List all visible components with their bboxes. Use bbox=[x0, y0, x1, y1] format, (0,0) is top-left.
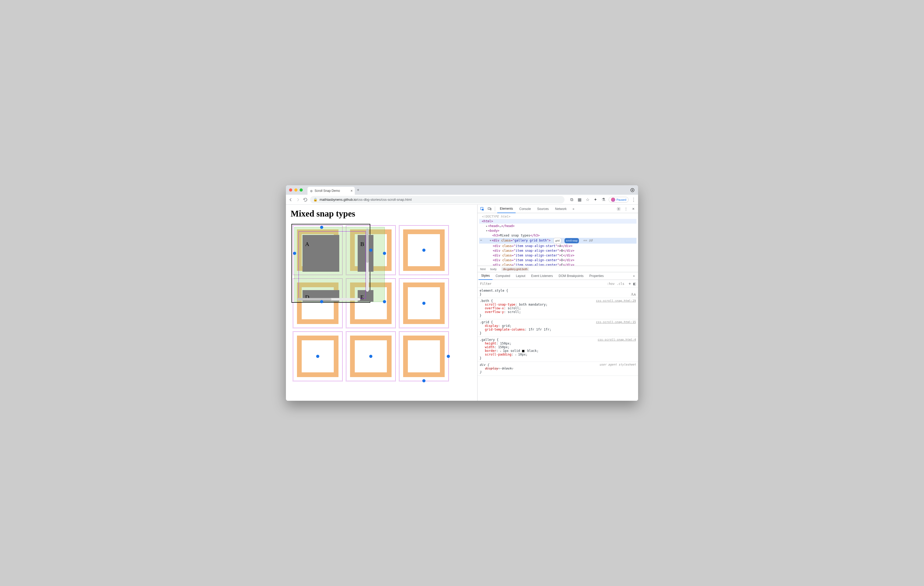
url-input[interactable]: 🔒 mathiasbynens.github.io/css-dbg-storie… bbox=[310, 196, 564, 203]
paused-label: Paused bbox=[617, 198, 626, 201]
tab-elements[interactable]: Elements bbox=[497, 205, 516, 213]
device-toggle-icon[interactable] bbox=[487, 206, 493, 212]
scrollbar-vertical-thumb[interactable] bbox=[366, 229, 369, 263]
elements-tree[interactable]: <!DOCTYPE html> <html> ▸<head>…</head> ▾… bbox=[477, 213, 638, 266]
devtools-toolbar: Elements Console Sources Network » ⋮ ✕ bbox=[477, 205, 638, 213]
browser-window: ◍ Scroll Snap Demo × + 🔒 mathiasbynens.g… bbox=[286, 185, 638, 401]
h3-row[interactable]: <h3>Mixed snap types</h3> bbox=[479, 233, 637, 238]
expand-options-icon[interactable]: ⋯ bbox=[480, 238, 482, 243]
device-icon[interactable]: ⧉ bbox=[569, 197, 574, 202]
selected-element-row[interactable]: ⋯ ▾<div class="gallery grid both"> grid … bbox=[479, 238, 637, 244]
snap-cell bbox=[346, 331, 396, 381]
settings-icon[interactable] bbox=[615, 206, 622, 212]
content-split: Mixed snap types bbox=[286, 205, 638, 401]
snap-point-icon bbox=[447, 355, 450, 358]
styles-pane[interactable]: element.style {}Aᴀ.both {css-scroll-snap… bbox=[477, 288, 638, 401]
page-heading: Mixed snap types bbox=[290, 209, 472, 219]
close-devtools-icon[interactable]: ✕ bbox=[630, 206, 637, 212]
svg-point-3 bbox=[618, 208, 619, 210]
tab-console[interactable]: Console bbox=[516, 205, 533, 213]
badge-scroll-snap[interactable]: scroll-snap bbox=[564, 238, 579, 243]
forward-button[interactable] bbox=[295, 197, 300, 202]
inspect-icon[interactable] bbox=[479, 206, 485, 212]
cls-toggle[interactable]: .cls bbox=[617, 282, 624, 286]
child-element-row[interactable]: <div class="item snap-align-center">D</d… bbox=[479, 258, 637, 262]
more-subtabs-icon[interactable]: » bbox=[631, 273, 637, 279]
scroll-container[interactable]: A B D E bbox=[292, 224, 370, 303]
globe-icon: ◍ bbox=[310, 189, 313, 193]
close-tab-icon[interactable]: × bbox=[351, 189, 353, 193]
snap-point-icon bbox=[422, 379, 426, 382]
styles-filter-input[interactable] bbox=[480, 282, 605, 286]
close-window-icon[interactable] bbox=[289, 188, 292, 191]
titlebar: ◍ Scroll Snap Demo × + bbox=[286, 185, 638, 195]
body-row[interactable]: ▾<body> bbox=[479, 228, 637, 233]
subtab-dom-breakpoints[interactable]: DOM Breakpoints bbox=[556, 272, 586, 280]
svg-rect-1 bbox=[488, 208, 490, 210]
styles-filter-bar: :hov .cls + ◧ bbox=[477, 280, 638, 288]
font-size-icon[interactable]: Aᴀ bbox=[631, 292, 636, 297]
reload-button[interactable] bbox=[303, 197, 308, 202]
new-tab-button[interactable]: + bbox=[357, 188, 359, 192]
url-domain: mathiasbynens.github.io bbox=[320, 198, 356, 201]
scrollbar-horizontal-thumb[interactable] bbox=[297, 298, 332, 300]
lock-icon: 🔒 bbox=[313, 198, 317, 201]
star-icon[interactable]: ☆ bbox=[585, 197, 590, 202]
demo-stage: A B D E bbox=[290, 224, 454, 387]
devtools-menu-icon[interactable]: ⋮ bbox=[623, 206, 629, 212]
html-open[interactable]: <html> bbox=[479, 219, 637, 224]
snap-cell bbox=[399, 278, 449, 328]
subtab-properties[interactable]: Properties bbox=[587, 272, 607, 280]
crumb-html[interactable]: html bbox=[480, 267, 486, 271]
style-rule[interactable]: element.style {}Aᴀ bbox=[477, 288, 638, 298]
qr-icon[interactable]: ▦ bbox=[577, 197, 582, 202]
account-paused-chip[interactable]: Paused bbox=[609, 197, 629, 203]
avatar-icon bbox=[611, 198, 615, 202]
snap-point-icon bbox=[369, 355, 372, 358]
snap-cell bbox=[399, 225, 449, 275]
child-element-row[interactable]: <div class="item snap-align-center">B</d… bbox=[479, 248, 637, 253]
hover-toggle[interactable]: :hov bbox=[607, 282, 615, 286]
dollar-zero-hint: == $0 bbox=[583, 239, 592, 242]
subtab-computed[interactable]: Computed bbox=[493, 272, 513, 280]
crumb-selected[interactable]: div.gallery.grid.both bbox=[502, 267, 529, 271]
child-element-row[interactable]: <div class="item snap-align-center">E</d… bbox=[479, 262, 637, 266]
breadcrumb: html body div.gallery.grid.both bbox=[477, 266, 638, 272]
extensions-icon[interactable]: ✦ bbox=[593, 197, 598, 202]
svg-rect-2 bbox=[490, 208, 491, 210]
tab-sources[interactable]: Sources bbox=[535, 205, 551, 213]
maximize-window-icon[interactable] bbox=[300, 188, 303, 191]
devtools-panel: Elements Console Sources Network » ⋮ ✕ <… bbox=[477, 205, 638, 401]
snap-point-icon bbox=[316, 355, 319, 358]
badge-grid[interactable]: grid bbox=[553, 238, 561, 244]
snap-cell bbox=[293, 331, 343, 381]
more-tabs-icon[interactable]: » bbox=[570, 206, 577, 212]
tab-network[interactable]: Network bbox=[553, 205, 569, 213]
subtab-layout[interactable]: Layout bbox=[513, 272, 528, 280]
child-element-row[interactable]: <div class="item snap-align-center">C</d… bbox=[479, 253, 637, 258]
tab-search-icon[interactable] bbox=[630, 188, 634, 192]
flask-icon[interactable]: ⚗ bbox=[601, 197, 606, 202]
browser-menu-button[interactable]: ⋮ bbox=[631, 197, 636, 203]
browser-tab[interactable]: ◍ Scroll Snap Demo × bbox=[307, 187, 355, 195]
selection-outline bbox=[299, 231, 366, 299]
minimize-window-icon[interactable] bbox=[294, 188, 297, 191]
window-controls bbox=[289, 188, 303, 191]
child-element-row[interactable]: <div class="item snap-align-start">A</di… bbox=[479, 244, 637, 248]
subtab-styles[interactable]: Styles bbox=[478, 272, 492, 280]
style-rule[interactable]: div {user agent stylesheetdisplay: block… bbox=[477, 362, 638, 376]
styles-subtabs: Styles Computed Layout Event Listeners D… bbox=[477, 272, 638, 280]
snap-cell bbox=[399, 331, 449, 381]
style-rule[interactable]: .grid {css-scroll-snap.html:15display: g… bbox=[477, 319, 638, 337]
back-button[interactable] bbox=[288, 197, 293, 202]
address-bar: 🔒 mathiasbynens.github.io/css-dbg-storie… bbox=[286, 195, 638, 205]
subtab-event-listeners[interactable]: Event Listeners bbox=[528, 272, 556, 280]
new-style-rule-button[interactable]: + bbox=[629, 281, 631, 286]
tab-title: Scroll Snap Demo bbox=[315, 189, 340, 193]
toggle-sidebar-icon[interactable]: ◧ bbox=[633, 282, 636, 286]
snap-point-icon bbox=[422, 249, 426, 252]
crumb-body[interactable]: body bbox=[490, 267, 497, 271]
head-row[interactable]: ▸<head>…</head> bbox=[479, 224, 637, 228]
style-rule[interactable]: .both {css-scroll-snap.html:29scroll-sna… bbox=[477, 298, 638, 319]
style-rule[interactable]: .gallery {css-scroll-snap.html:4height: … bbox=[477, 337, 638, 362]
